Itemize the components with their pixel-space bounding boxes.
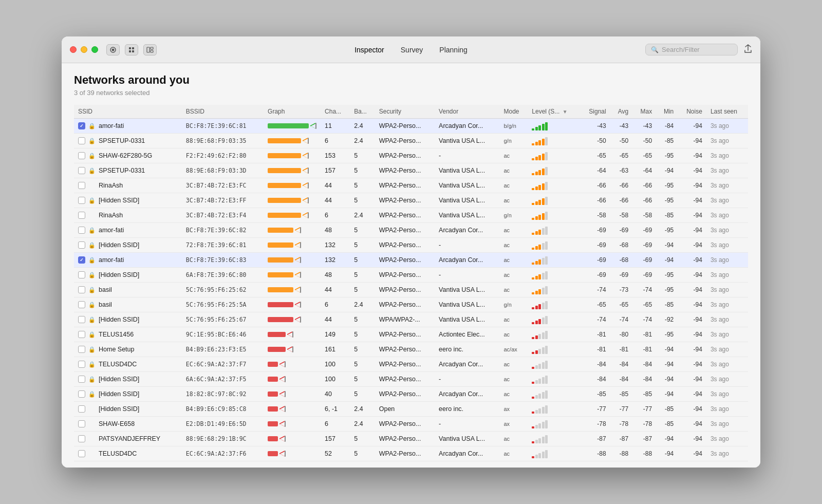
row-checkbox[interactable]	[78, 316, 85, 323]
col-mode: Mode	[500, 105, 528, 119]
ssid-cell: 🔒 TELUSD4DC	[74, 357, 182, 372]
search-box[interactable]: 🔍 Search/Filter	[645, 44, 738, 55]
table-row[interactable]: PATSYANDJEFFREY 88:9E:68:29:1B:9C 157 5 …	[74, 432, 748, 446]
table-row[interactable]: 🔒 basil 5C:76:95:F6:25:62 44 5 WPA2-Pers…	[74, 283, 748, 297]
svg-rect-27	[285, 391, 286, 397]
row-checkbox[interactable]	[78, 182, 85, 189]
table-row[interactable]: 🔒 SPSETUP-0331 88:9E:68:F9:03:35 6 2.4 W…	[74, 134, 748, 148]
security-cell: WPA2-Perso...	[375, 238, 435, 253]
row-checkbox[interactable]	[78, 256, 85, 264]
row-checkbox[interactable]	[78, 212, 85, 219]
col-vendor: Vendor	[435, 105, 499, 119]
layout-button[interactable]	[143, 44, 157, 55]
row-checkbox[interactable]	[78, 197, 85, 204]
main-window: Inspector Survey Planning 🔍 Search/Filte…	[62, 36, 760, 468]
row-checkbox[interactable]	[78, 137, 85, 144]
row-checkbox[interactable]	[78, 241, 85, 249]
lastseen-cell: 3s ago	[706, 208, 748, 223]
graph-cell	[264, 134, 321, 148]
table-row[interactable]: 🔒 [Hidden SSID] 18:82:8C:97:8C:92 40 5 W…	[74, 387, 748, 402]
lock-icon: 🔒	[88, 376, 96, 383]
networks-table-container[interactable]: SSID BSSID Graph Cha... Ba... Security V…	[74, 105, 748, 461]
row-checkbox[interactable]	[78, 227, 85, 234]
table-row[interactable]: [Hidden SSID] B4:B9:E6:C9:85:C8 6, -1 2.…	[74, 402, 748, 417]
min-cell: -85	[656, 134, 678, 148]
min-cell: -95	[656, 223, 678, 238]
security-cell: WPA2-Perso...	[375, 148, 435, 163]
table-row[interactable]: 🔒 [Hidden SSID] 72:F8:7E:39:6C:81 132 5 …	[74, 238, 748, 253]
mode-cell: ac	[500, 372, 528, 387]
minimize-button[interactable]	[81, 46, 87, 53]
table-row[interactable]: 🔒 amor-fati BC:F8:7E:39:6C:83 132 5 WPA2…	[74, 253, 748, 268]
table-row[interactable]: 🔒 TELUS1456 9C:1E:95:BC:E6:46 149 5 WPA2…	[74, 327, 748, 342]
share-button[interactable]	[744, 44, 752, 55]
table-row[interactable]: 🔒 [Hidden SSID] 3C:B7:4B:72:E3:FF 44 5 W…	[74, 193, 748, 208]
ssid-cell: 🔒 amor-fati	[74, 253, 182, 268]
ssid-cell: 🔒 basil	[74, 297, 182, 312]
svg-rect-15	[308, 212, 309, 218]
row-checkbox[interactable]	[78, 286, 85, 293]
lastseen-cell: 3s ago	[706, 223, 748, 238]
svg-rect-3	[132, 47, 134, 49]
col-band: Ba...	[350, 105, 375, 119]
bssid-cell: BC:F8:7E:39:6C:82	[182, 223, 264, 238]
table-row[interactable]: 🔒 TELUSD4DC EC:6C:9A:A2:37:F7 100 5 WPA2…	[74, 357, 748, 372]
row-checkbox[interactable]	[78, 361, 85, 368]
channel-cell: 161	[321, 342, 350, 357]
table-row[interactable]: 🔒 SPSETUP-0331 88:9E:68:F9:03:3D 157 5 W…	[74, 163, 748, 178]
table-row[interactable]: 🔒 [Hidden SSID] 5C:76:95:F6:25:67 44 5 W…	[74, 312, 748, 327]
security-cell: WPA2-Perso...	[375, 297, 435, 312]
row-checkbox[interactable]	[78, 331, 85, 338]
row-checkbox[interactable]	[78, 152, 85, 159]
lastseen-cell: 3s ago	[706, 357, 748, 372]
table-row[interactable]: 🔒 Home Setup B4:B9:E6:23:F3:E5 161 5 WPA…	[74, 342, 748, 357]
row-checkbox[interactable]	[78, 167, 85, 174]
row-checkbox[interactable]	[78, 346, 85, 353]
lastseen-cell: 3s ago	[706, 283, 748, 297]
row-checkbox[interactable]	[78, 271, 85, 278]
svg-rect-2	[129, 47, 131, 49]
table-row[interactable]: 🔒 SHAW-62F280-5G F2:F2:49:62:F2:80 153 5…	[74, 148, 748, 163]
row-checkbox[interactable]	[78, 301, 85, 308]
tab-inspector[interactable]: Inspector	[351, 44, 387, 56]
row-checkbox[interactable]	[78, 376, 85, 383]
band-cell: 5	[350, 178, 375, 193]
close-button[interactable]	[70, 46, 77, 53]
min-cell: -95	[656, 327, 678, 342]
graph-cell	[264, 417, 321, 432]
grid-button[interactable]	[125, 44, 138, 55]
max-cell: -69	[632, 223, 656, 238]
mode-cell: ac	[500, 283, 528, 297]
lock-icon: 🔒	[88, 257, 96, 264]
mode-cell: ac	[500, 253, 528, 268]
channel-cell: 6	[321, 208, 350, 223]
table-row[interactable]: 🔒 amor-fati BC:F8:7E:39:6C:82 48 5 WPA2-…	[74, 223, 748, 238]
table-row[interactable]: SHAW-E658 E2:DB:D1:49:E6:5D 6 2.4 WPA2-P…	[74, 417, 748, 432]
row-checkbox[interactable]	[78, 435, 85, 442]
table-row[interactable]: RinaAsh 3C:B7:4B:72:E3:FC 44 5 WPA2-Pers…	[74, 178, 748, 193]
row-checkbox[interactable]	[78, 405, 85, 413]
table-row[interactable]: RinaAsh 3C:B7:4B:72:E3:F4 6 2.4 WPA2-Per…	[74, 208, 748, 223]
max-cell: -65	[632, 297, 656, 312]
band-cell: 5	[350, 238, 375, 253]
row-checkbox[interactable]	[78, 450, 85, 457]
col-level[interactable]: Level (S... ▼	[528, 105, 580, 119]
table-row[interactable]: TELUSD4DC EC:6C:9A:A2:37:F6 52 5 WPA2-Pe…	[74, 446, 748, 461]
avg-cell: -63	[610, 163, 632, 178]
row-checkbox[interactable]	[78, 122, 85, 129]
security-cell: WPA2-Perso...	[375, 357, 435, 372]
security-cell: WPA2-Perso...	[375, 178, 435, 193]
tab-survey[interactable]: Survey	[398, 44, 426, 56]
maximize-button[interactable]	[91, 46, 98, 53]
table-row[interactable]: 🔒 basil 5C:76:95:F6:25:5A 6 2.4 WPA2-Per…	[74, 297, 748, 312]
row-checkbox[interactable]	[78, 420, 85, 427]
band-cell: 5	[350, 357, 375, 372]
table-row[interactable]: 🔒 [Hidden SSID] 6A:F8:7E:39:6C:80 48 5 W…	[74, 268, 748, 283]
channel-cell: 132	[321, 238, 350, 253]
min-cell: -95	[656, 178, 678, 193]
tab-planning[interactable]: Planning	[436, 44, 471, 56]
table-row[interactable]: 🔒 [Hidden SSID] 6A:6C:9A:A2:37:F5 100 5 …	[74, 372, 748, 387]
table-row[interactable]: 🔒 amor-fati BC:F8:7E:39:6C:81 11 2.4 WPA…	[74, 119, 748, 134]
row-checkbox[interactable]	[78, 390, 85, 398]
record-button[interactable]	[106, 44, 120, 55]
